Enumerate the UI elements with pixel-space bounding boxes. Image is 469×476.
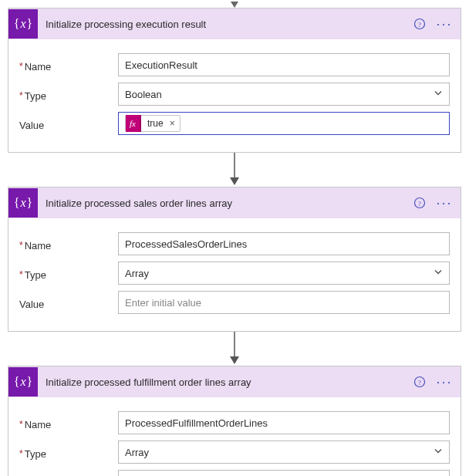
token-remove-icon[interactable]: × [170,118,175,129]
variable-icon: x [8,9,38,39]
field-label-type: Type [19,87,118,102]
card-title: Initialize processing execution result [46,19,405,30]
type-value: Boolean [125,89,162,100]
action-card-fulfillment-order-lines: x Initialize processed fulfillment order… [8,366,461,476]
help-icon[interactable]: ? [413,375,427,389]
field-label-name: Name [19,237,118,252]
value-input[interactable]: fx true × [118,112,450,135]
more-menu-button[interactable]: ··· [434,194,454,211]
chevron-down-icon [434,89,443,100]
card-body: Name Type Array Value [8,218,461,331]
field-label-value: Value [19,116,118,131]
type-value: Array [125,268,149,279]
fx-icon: fx [126,115,141,132]
chevron-down-icon [434,447,443,458]
card-header[interactable]: x Initialize processed fulfillment order… [8,366,461,397]
token-text: true [146,118,165,129]
svg-text:?: ? [418,200,421,208]
value-placeholder: Enter initial value [125,297,201,309]
type-select[interactable]: Boolean [118,83,450,106]
action-card-sales-order-lines: x Initialize processed sales order lines… [8,187,461,332]
more-menu-button[interactable]: ··· [434,15,454,32]
field-label-name: Name [19,416,118,430]
card-body: Name Type Array Value [8,397,461,476]
variable-icon: x [8,188,38,218]
expression-token[interactable]: fx true × [125,115,181,132]
type-select[interactable]: Array [118,441,450,464]
variable-icon: x [8,367,38,397]
value-input[interactable]: Enter initial value [118,470,450,476]
type-value: Array [125,447,149,458]
chevron-down-icon [434,268,443,279]
value-input[interactable]: Enter initial value [118,291,450,314]
field-label-type: Type [19,266,118,281]
svg-marker-7 [230,356,239,364]
field-label-type: Type [19,445,118,460]
card-title: Initialize processed sales order lines a… [46,197,405,209]
more-menu-button[interactable]: ··· [434,373,454,390]
name-input[interactable] [118,53,450,76]
name-input[interactable] [118,232,450,255]
svg-text:?: ? [418,21,421,29]
name-input[interactable] [118,411,450,434]
card-header[interactable]: x Initialize processing execution result… [8,8,461,39]
help-icon[interactable]: ? [413,17,427,31]
card-header[interactable]: x Initialize processed sales order lines… [8,187,461,218]
svg-marker-3 [230,177,239,185]
field-label-name: Name [19,58,118,73]
help-icon[interactable]: ? [413,196,427,210]
flow-arrow[interactable] [227,332,242,366]
svg-text:?: ? [418,379,421,387]
field-label-value: Value [19,295,118,310]
action-card-execution-result: x Initialize processing execution result… [8,8,461,153]
type-select[interactable]: Array [118,262,450,285]
flow-arrow[interactable] [227,153,242,187]
card-body: Name Type Boolean Value [8,39,461,152]
card-title: Initialize processed fulfillment order l… [46,376,405,388]
